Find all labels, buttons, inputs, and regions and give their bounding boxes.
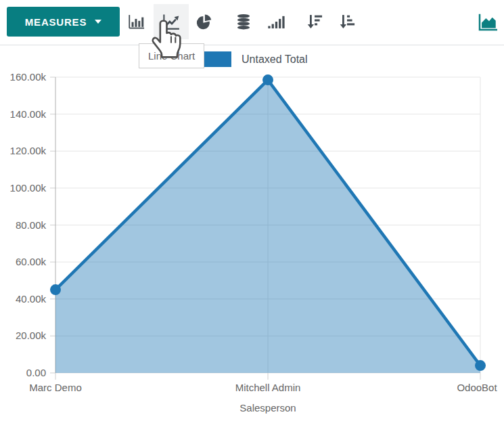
signal-bars-icon	[267, 12, 285, 31]
database-icon	[235, 12, 252, 31]
measures-button[interactable]: MEASURES	[7, 7, 120, 37]
svg-text:Mitchell Admin: Mitchell Admin	[235, 382, 301, 393]
stacked-data-button[interactable]	[226, 4, 261, 39]
measures-button-label: MEASURES	[25, 16, 87, 28]
svg-text:OdooBot: OdooBot	[457, 382, 497, 393]
svg-text:100.00k: 100.00k	[10, 182, 47, 194]
svg-text:40.00k: 40.00k	[16, 293, 47, 305]
svg-text:80.00k: 80.00k	[16, 219, 47, 231]
legend-label: Untaxed Total	[242, 53, 308, 66]
area-chart-icon	[477, 11, 499, 32]
ascending-bars-button[interactable]	[258, 4, 294, 39]
svg-text:0.00: 0.00	[26, 367, 46, 378]
svg-text:20.00k: 20.00k	[16, 330, 47, 341]
svg-text:Marc Demo: Marc Demo	[29, 382, 82, 393]
hand-cursor-icon	[152, 20, 183, 59]
caret-down-icon	[95, 20, 101, 24]
pie-chart-button[interactable]	[186, 4, 221, 39]
chart-canvas[interactable]: 0.0020.00k40.00k60.00k80.00k100.00k120.0…	[0, 45, 504, 423]
sort-descending-button[interactable]	[297, 4, 332, 39]
area-chart-view-switcher[interactable]	[472, 4, 504, 39]
svg-text:160.00k: 160.00k	[10, 71, 47, 83]
svg-text:60.00k: 60.00k	[16, 256, 47, 267]
svg-text:120.00k: 120.00k	[10, 145, 47, 156]
bar-chart-icon	[127, 12, 146, 31]
sort-ascending-button[interactable]	[329, 4, 365, 39]
chart-legend[interactable]: Untaxed Total	[202, 51, 308, 67]
legend-swatch	[202, 51, 231, 67]
sort-amount-desc-icon	[305, 12, 324, 31]
graph-toolbar: MEASURES	[0, 0, 504, 45]
sort-amount-asc-icon	[338, 12, 357, 31]
graph-chart-view: Untaxed Total 0.0020.00k40.00k60.00k80.0…	[0, 45, 504, 423]
svg-text:Salesperson: Salesperson	[239, 402, 296, 414]
svg-text:140.00k: 140.00k	[10, 108, 47, 120]
pie-chart-icon	[195, 13, 213, 31]
bar-chart-button[interactable]	[119, 4, 154, 39]
